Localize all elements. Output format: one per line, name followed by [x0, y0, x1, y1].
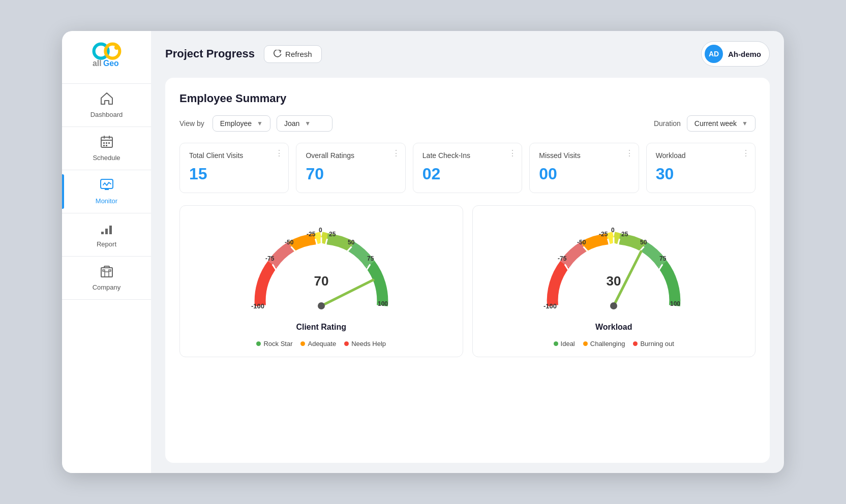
svg-rect-12 — [103, 145, 105, 146]
svg-text:50: 50 — [640, 239, 647, 246]
gauge-card-workload: -100 -75 -50 -25 0 25 50 75 100 30 — [472, 205, 756, 357]
client-rating-gauge: -100 -75 -50 -25 0 25 50 75 100 70 — [240, 217, 403, 319]
svg-rect-11 — [108, 142, 110, 144]
svg-point-47 — [318, 302, 325, 309]
allgeo-logo: all Geo — [89, 41, 125, 69]
refresh-button[interactable]: Refresh — [264, 45, 322, 63]
stat-card-late-checkins: ⋮ Late Check-Ins 02 — [413, 143, 522, 193]
dashboard-label: Dashboard — [90, 111, 123, 118]
sidebar-item-schedule[interactable]: Schedule — [62, 127, 151, 170]
stat-label-1: Overall Ratings — [306, 151, 396, 160]
report-label: Report — [97, 240, 116, 248]
monitor-icon — [100, 178, 114, 195]
stat-card-overall-ratings: ⋮ Overall Ratings 70 — [296, 143, 405, 193]
sidebar-item-dashboard[interactable]: Dashboard — [62, 83, 151, 127]
svg-text:0: 0 — [611, 227, 615, 234]
stat-card-missed-visits: ⋮ Missed Visits 00 — [529, 143, 639, 193]
svg-text:-75: -75 — [265, 255, 275, 262]
gauge-legend-client-rating: Rock Star Adequate Needs Help — [256, 340, 386, 348]
svg-text:-100: -100 — [543, 302, 557, 310]
legend-label-needshelp: Needs Help — [351, 340, 386, 348]
logo: all Geo — [89, 41, 125, 69]
legend-item-rockstar: Rock Star — [256, 340, 292, 348]
legend-item-ideal: Ideal — [554, 340, 575, 348]
sidebar-item-company[interactable]: Company — [62, 256, 151, 300]
content-card: Employee Summary View by Employee ▼ Joan… — [165, 78, 770, 463]
gauge-title-client-rating: Client Rating — [296, 323, 346, 332]
schedule-label: Schedule — [93, 154, 120, 162]
svg-rect-17 — [101, 232, 104, 234]
svg-text:75: 75 — [367, 255, 374, 262]
legend-label-ideal: Ideal — [561, 340, 575, 348]
legend-dot-rockstar — [256, 341, 261, 346]
svg-rect-21 — [105, 272, 109, 277]
stat-menu-icon-4[interactable]: ⋮ — [742, 148, 750, 158]
svg-text:0: 0 — [319, 227, 322, 234]
svg-text:70: 70 — [314, 273, 328, 289]
sidebar-item-monitor[interactable]: Monitor — [62, 170, 151, 213]
svg-point-2 — [114, 45, 118, 50]
stat-menu-icon[interactable]: ⋮ — [275, 148, 283, 158]
svg-text:-50: -50 — [285, 239, 294, 246]
stat-label-2: Late Check-Ins — [422, 151, 512, 160]
gauges-row: -100 -75 -50 -25 0 25 50 75 100 70 — [179, 205, 756, 357]
stat-label-3: Missed Visits — [539, 151, 629, 160]
svg-point-68 — [610, 302, 617, 309]
stat-menu-icon-2[interactable]: ⋮ — [508, 148, 517, 158]
user-name: Ah-demo — [728, 50, 761, 58]
svg-text:all: all — [93, 59, 102, 68]
header: Project Progress Refresh AD Ah-demo — [165, 41, 770, 67]
gauge-title-workload: Workload — [595, 323, 632, 332]
duration-label: Duration — [654, 119, 681, 128]
legend-label-rockstar: Rock Star — [263, 340, 292, 348]
svg-text:25: 25 — [621, 231, 628, 238]
filters-row: View by Employee ▼ Joan ▼ Duration Curre… — [179, 115, 756, 132]
employee-value: Joan — [284, 119, 299, 128]
page-title: Project Progress — [165, 47, 255, 60]
duration-value: Current week — [694, 119, 737, 128]
stat-menu-icon-3[interactable]: ⋮ — [625, 148, 633, 158]
gauge-legend-workload: Ideal Challenging Burning out — [554, 340, 674, 348]
view-by-select[interactable]: Employee ▼ — [213, 115, 270, 132]
app-container: all Geo Dashboard — [62, 31, 784, 473]
view-by-label: View by — [179, 119, 204, 128]
employee-select[interactable]: Joan ▼ — [277, 115, 333, 132]
svg-rect-22 — [103, 270, 105, 271]
user-badge[interactable]: AD Ah-demo — [701, 41, 770, 67]
svg-rect-23 — [109, 270, 111, 271]
legend-label-adequate: Adequate — [308, 340, 336, 348]
company-label: Company — [93, 284, 121, 291]
workload-gauge: -100 -75 -50 -25 0 25 50 75 100 30 — [532, 217, 695, 319]
gauge-card-client-rating: -100 -75 -50 -25 0 25 50 75 100 70 — [179, 205, 463, 357]
svg-text:75: 75 — [659, 255, 667, 262]
duration-select[interactable]: Current week ▼ — [687, 115, 756, 132]
stat-value-3: 00 — [539, 165, 629, 183]
stat-menu-icon-1[interactable]: ⋮ — [392, 148, 400, 158]
svg-text:30: 30 — [607, 273, 621, 289]
stat-card-total-visits: ⋮ Total Client Visits 15 — [179, 143, 289, 193]
view-by-value: Employee — [220, 119, 252, 128]
schedule-icon — [100, 135, 113, 152]
svg-line-46 — [321, 280, 373, 306]
stats-row: ⋮ Total Client Visits 15 ⋮ Overall Ratin… — [179, 143, 756, 193]
svg-rect-9 — [103, 142, 105, 144]
chevron-down-icon-2: ▼ — [305, 120, 311, 127]
legend-label-burningout: Burning out — [640, 340, 674, 348]
stat-label-0: Total Client Visits — [189, 151, 279, 160]
svg-text:-100: -100 — [251, 302, 264, 310]
svg-rect-19 — [109, 226, 112, 234]
company-icon — [100, 265, 113, 281]
legend-dot-ideal — [554, 341, 558, 346]
sidebar-item-report[interactable]: Report — [62, 213, 151, 256]
stat-value-0: 15 — [189, 165, 279, 183]
stat-label-4: Workload — [656, 151, 746, 160]
legend-dot-adequate — [300, 341, 305, 346]
main-content: Project Progress Refresh AD Ah-demo Empl… — [151, 31, 784, 473]
svg-rect-13 — [106, 145, 107, 146]
legend-dot-challenging — [583, 341, 588, 346]
svg-rect-18 — [105, 229, 108, 234]
legend-dot-needshelp — [344, 341, 349, 346]
svg-text:100: 100 — [670, 300, 680, 307]
refresh-label: Refresh — [285, 50, 312, 58]
refresh-icon — [274, 50, 282, 58]
